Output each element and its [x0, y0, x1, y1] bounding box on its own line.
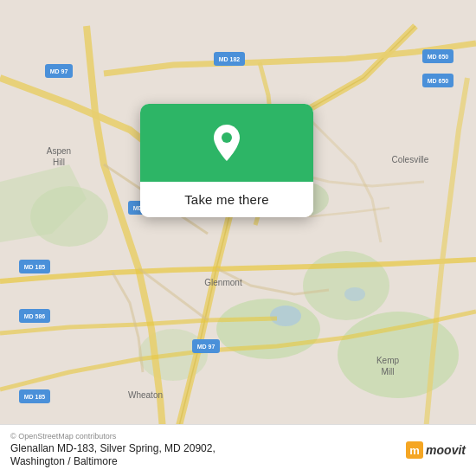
svg-text:MD 586: MD 586 — [24, 313, 46, 319]
map-attribution: © OpenStreetMap contributors — [10, 432, 406, 441]
svg-text:MD 97: MD 97 — [50, 68, 68, 74]
moovit-logo: m moovit — [406, 441, 466, 459]
moovit-brand-name: moovit — [426, 443, 466, 457]
svg-point-1 — [303, 251, 389, 320]
map-container: MD 97 MD 182 MD 182 MD 650 MD 650 MD 185… — [0, 0, 476, 476]
svg-text:MD 185: MD 185 — [24, 264, 46, 270]
take-me-there-button[interactable]: Take me there — [140, 182, 313, 217]
moovit-icon: m — [406, 441, 423, 459]
svg-text:MD 650: MD 650 — [428, 78, 449, 84]
svg-text:Colesville: Colesville — [392, 155, 429, 164]
map-svg: MD 97 MD 182 MD 182 MD 650 MD 650 MD 185… — [0, 0, 476, 476]
address-display: Glenallan MD-183, Silver Spring, MD 2090… — [10, 442, 406, 469]
address-line2: Washington / Baltimore — [10, 455, 118, 467]
svg-text:Kemp: Kemp — [376, 356, 400, 365]
svg-text:MD 97: MD 97 — [197, 344, 215, 350]
svg-point-8 — [344, 287, 365, 301]
svg-text:Wheaton: Wheaton — [128, 390, 163, 400]
location-pin-icon — [210, 123, 243, 163]
bottom-bar: © OpenStreetMap contributors Glenallan M… — [0, 424, 476, 476]
svg-text:MD 650: MD 650 — [428, 54, 449, 60]
bottom-left-info: © OpenStreetMap contributors Glenallan M… — [10, 432, 406, 469]
svg-text:Glenmont: Glenmont — [204, 278, 242, 287]
svg-text:MD 182: MD 182 — [219, 56, 241, 62]
svg-text:Hill: Hill — [53, 158, 65, 167]
svg-point-34 — [222, 132, 232, 143]
svg-text:MD 185: MD 185 — [24, 394, 46, 400]
svg-text:Mill: Mill — [382, 367, 395, 376]
popup-card: Take me there — [140, 104, 313, 217]
svg-point-7 — [270, 306, 301, 326]
svg-text:Aspen: Aspen — [47, 146, 71, 156]
popup-header — [140, 104, 313, 182]
svg-point-2 — [338, 312, 459, 398]
address-line1: Glenallan MD-183, Silver Spring, MD 2090… — [10, 442, 215, 454]
